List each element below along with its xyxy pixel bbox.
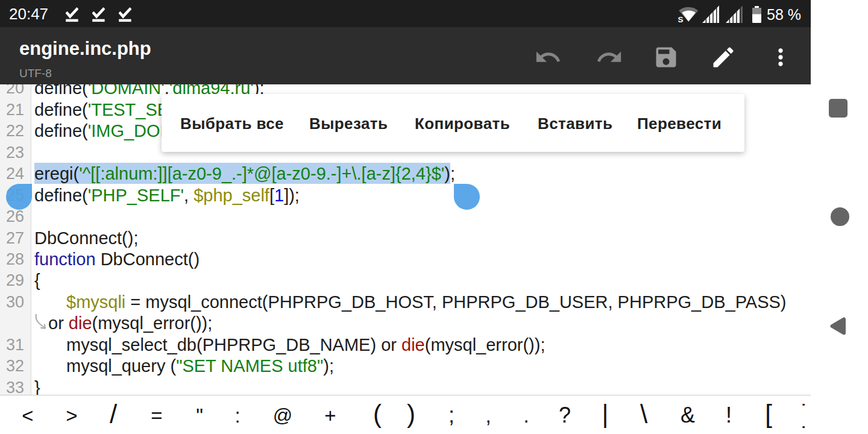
svg-text:S: S bbox=[678, 15, 684, 24]
